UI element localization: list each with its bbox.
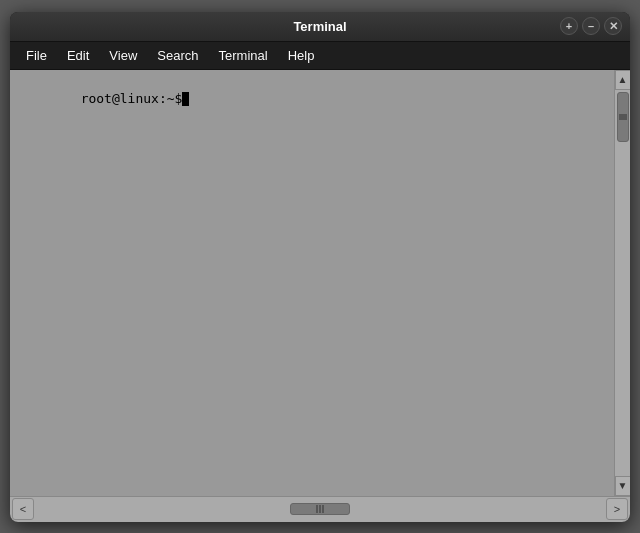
window-controls: + – ✕ — [560, 17, 622, 35]
close-button[interactable]: ✕ — [604, 17, 622, 35]
window-title: Terminal — [293, 19, 346, 34]
scroll-track-horizontal[interactable] — [36, 502, 604, 516]
vertical-scrollbar: ▲ ▼ — [614, 70, 630, 496]
menu-search[interactable]: Search — [149, 46, 206, 65]
menu-bar: File Edit View Search Terminal Help — [10, 42, 630, 70]
menu-edit[interactable]: Edit — [59, 46, 97, 65]
menu-help[interactable]: Help — [280, 46, 323, 65]
title-bar: Terminal + – ✕ — [10, 12, 630, 42]
minimize-button[interactable]: – — [582, 17, 600, 35]
scroll-right-button[interactable]: > — [606, 498, 628, 520]
menu-terminal[interactable]: Terminal — [211, 46, 276, 65]
horizontal-scrollbar: < > — [10, 496, 630, 522]
scroll-thumb-horizontal[interactable] — [290, 503, 350, 515]
scroll-up-button[interactable]: ▲ — [615, 70, 631, 90]
scroll-left-button[interactable]: < — [12, 498, 34, 520]
menu-file[interactable]: File — [18, 46, 55, 65]
terminal-window: Terminal + – ✕ File Edit View Search Ter… — [10, 12, 630, 522]
terminal-prompt: root@linux:~$ — [18, 76, 606, 121]
terminal-cursor — [182, 92, 189, 106]
content-area: root@linux:~$ ▲ ▼ — [10, 70, 630, 496]
add-tab-button[interactable]: + — [560, 17, 578, 35]
menu-view[interactable]: View — [101, 46, 145, 65]
scroll-down-button[interactable]: ▼ — [615, 476, 631, 496]
terminal-body[interactable]: root@linux:~$ — [10, 70, 614, 496]
scroll-thumb-vertical[interactable] — [617, 92, 629, 142]
scroll-track-vertical[interactable] — [616, 90, 630, 476]
